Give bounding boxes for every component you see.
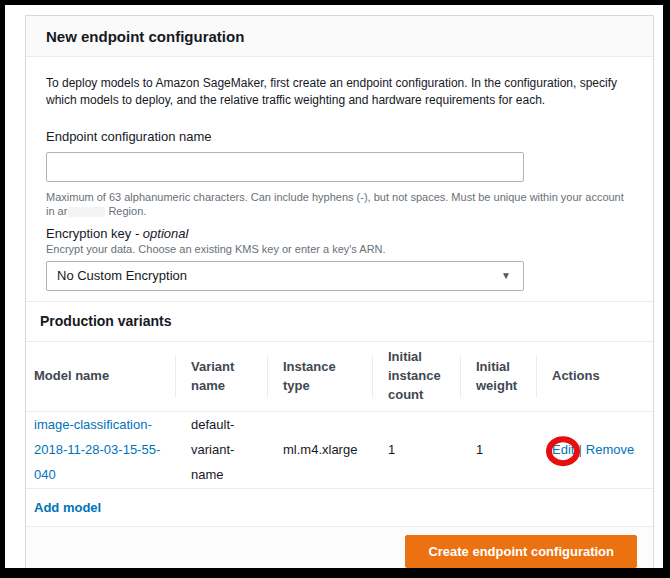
- encryption-key-select[interactable]: No Custom Encryption ▼: [46, 261, 524, 291]
- cell-instance-type: ml.m4.xlarge: [267, 412, 372, 489]
- model-name-link[interactable]: image-classification-2018-11-28-03-15-55…: [34, 417, 160, 481]
- cell-actions: Edit |Remove: [536, 412, 653, 489]
- column-header-model-name: Model name: [26, 342, 175, 412]
- create-endpoint-configuration-button[interactable]: Create endpoint configuration: [405, 535, 637, 568]
- column-header-instance-type: Instance type: [267, 342, 372, 412]
- column-header-variant-name: Variant name: [175, 342, 267, 412]
- card-body: To deploy models to Amazon SageMaker, fi…: [26, 57, 653, 301]
- encryption-key-label-text: Encryption key: [46, 226, 131, 241]
- edit-link[interactable]: Edit: [552, 442, 574, 457]
- page-title: New endpoint configuration: [46, 28, 633, 45]
- production-variants-title: Production variants: [40, 313, 171, 329]
- endpoint-name-helper-text: Maximum of 63 alphanumeric characters. C…: [46, 190, 626, 218]
- encryption-key-label: Encryption key - optional: [46, 226, 633, 242]
- new-endpoint-configuration-card: New endpoint configuration To deploy mod…: [25, 15, 654, 578]
- edit-link-wrapper: Edit: [552, 438, 574, 463]
- actions-separator: |: [578, 442, 581, 457]
- column-header-initial-instance-count: Initial instance count: [372, 342, 460, 412]
- encryption-optional-text: - optional: [131, 226, 188, 241]
- add-model-link[interactable]: Add model: [34, 500, 101, 515]
- remove-link[interactable]: Remove: [586, 442, 634, 457]
- screenshot-frame: New endpoint configuration To deploy mod…: [0, 0, 670, 578]
- column-header-actions: Actions: [536, 342, 653, 412]
- cell-variant-name: default-variant-name: [175, 412, 267, 489]
- card-footer: Create endpoint configuration: [26, 526, 653, 577]
- table-header-row: Model name Variant name Instance type In…: [26, 342, 653, 412]
- encryption-selected-option: No Custom Encryption: [57, 268, 187, 283]
- production-variants-table: Model name Variant name Instance type In…: [26, 342, 653, 490]
- endpoint-config-name-input[interactable]: [46, 152, 524, 182]
- redacted-region: [68, 207, 105, 217]
- cell-model-name: image-classification-2018-11-28-03-15-55…: [26, 412, 175, 489]
- endpoint-config-name-label: Endpoint configuration name: [46, 129, 212, 144]
- production-variants-header: Production variants: [26, 301, 653, 342]
- encryption-description: Encrypt your data. Choose an existing KM…: [46, 242, 633, 256]
- card-header: New endpoint configuration: [26, 16, 653, 57]
- cell-initial-weight: 1: [460, 412, 536, 489]
- cell-initial-instance-count: 1: [372, 412, 460, 489]
- chevron-down-icon: ▼: [501, 270, 511, 281]
- intro-text: To deploy models to Amazon SageMaker, fi…: [46, 75, 633, 110]
- column-header-initial-weight: Initial weight: [460, 342, 536, 412]
- helper-suffix: Region.: [108, 205, 146, 217]
- add-model-row: Add model: [26, 489, 653, 526]
- table-row: image-classification-2018-11-28-03-15-55…: [26, 412, 653, 489]
